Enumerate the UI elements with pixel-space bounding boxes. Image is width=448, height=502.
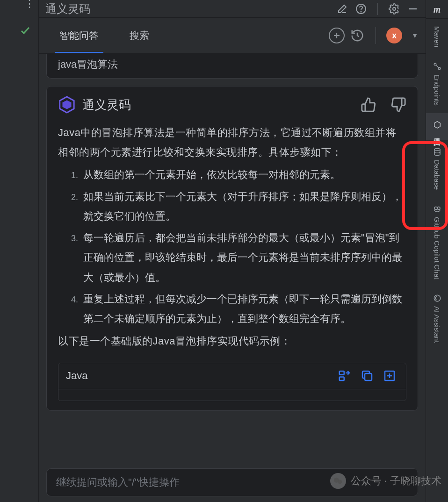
assistant-outro: 以下是一个基础版的Java冒泡排序实现代码示例：	[58, 331, 406, 351]
steps-list: 从数组的第一个元素开始，依次比较每一对相邻的元素。 如果当前元素比下一个元素大（…	[58, 165, 406, 329]
step-item: 重复上述过程，但每次减少一个已排序元素（即下一轮只需遍历到倒数第二个未确定顺序的…	[80, 289, 406, 329]
step-item: 从数组的第一个元素开始，依次比较每一对相邻的元素。	[80, 165, 406, 185]
svg-point-17	[434, 148, 440, 151]
tab-qa[interactable]: 智能问答	[46, 18, 112, 53]
code-body	[58, 389, 406, 401]
assistant-name: 通义灵码	[82, 97, 131, 113]
divider	[376, 27, 376, 44]
new-chat-button[interactable]	[329, 28, 345, 43]
tongyi-panel: 通义灵码 智能问答 搜索 x ▼ java冒泡算法	[38, 0, 426, 502]
sidebar-item-endpoints[interactable]: Endpoints	[426, 55, 448, 113]
svg-rect-9	[340, 377, 344, 381]
svg-point-2	[393, 7, 396, 10]
divider	[377, 3, 378, 15]
sidebar-item-copilot[interactable]: GitHub Copilot Chat	[426, 197, 448, 287]
panel-title-text: 通义灵码	[45, 1, 90, 16]
database-icon	[433, 148, 441, 156]
edit-icon[interactable]	[336, 3, 348, 15]
svg-point-20	[434, 295, 441, 302]
step-item: 如果当前元素比下一个元素大（对于升序排序；如果是降序则相反），就交换它们的位置。	[80, 187, 406, 226]
check-icon	[20, 25, 31, 36]
chat-input[interactable]: 继续提问或输入"/"快捷操作	[46, 468, 418, 496]
chevron-down-icon[interactable]: ▼	[412, 32, 418, 39]
insert-code-icon[interactable]	[338, 369, 352, 383]
sidebar-item-tongyi[interactable]: 通义灵码	[426, 113, 448, 140]
svg-marker-7	[63, 100, 72, 109]
step-item: 每一轮遍历后，都会把当前未排序部分的最大（或最小）元素"冒泡"到正确的位置，即该…	[80, 228, 406, 287]
assistant-message: 通义灵码 Java中的冒泡排序算法是一种简单的排序方法，它通过不断遍历数组并将相…	[46, 86, 418, 411]
more-dots-icon[interactable]: ⋮	[24, 2, 34, 6]
avatar[interactable]: x	[386, 28, 402, 43]
minimize-icon[interactable]	[407, 3, 419, 15]
chat-area: java冒泡算法 通义灵码 Java中的冒泡排序算法是一种简单的排序方法，它通过…	[39, 54, 426, 468]
user-message: java冒泡算法	[46, 54, 418, 79]
sidebar-item-database[interactable]: Database	[426, 140, 448, 197]
sidebar-item-ai-assistant[interactable]: AI Assistant	[426, 287, 448, 350]
svg-point-18	[434, 207, 437, 209]
sidebar-item-maven[interactable]: Maven	[426, 19, 448, 55]
right-tool-strip: m Maven Endpoints 通义灵码 Database GitHub C…	[426, 0, 448, 502]
code-lang-label: Java	[66, 370, 329, 382]
panel-toolbar: 智能问答 搜索 x ▼	[39, 18, 426, 54]
copilot-icon	[433, 205, 441, 213]
thumbs-up-icon[interactable]	[361, 97, 376, 113]
panel-titlebar: 通义灵码	[39, 0, 426, 18]
new-file-icon[interactable]	[383, 369, 397, 383]
copy-code-icon[interactable]	[360, 369, 374, 383]
svg-rect-10	[365, 373, 372, 380]
svg-rect-8	[340, 371, 344, 375]
svg-point-19	[437, 207, 440, 209]
tongyi-icon	[433, 121, 441, 129]
help-icon[interactable]	[355, 3, 367, 15]
ai-assistant-icon	[433, 294, 441, 302]
svg-marker-16	[434, 122, 440, 128]
code-block: Java	[58, 363, 406, 401]
endpoints-icon	[433, 62, 441, 71]
history-icon[interactable]	[349, 28, 365, 43]
left-gutter: ⋮	[0, 0, 38, 502]
tongyi-logo-icon	[58, 96, 76, 114]
assistant-intro: Java中的冒泡排序算法是一种简单的排序方法，它通过不断遍历数组并将相邻的两个元…	[58, 123, 406, 162]
gear-icon[interactable]	[388, 3, 400, 15]
maven-icon[interactable]: m	[426, 1, 448, 19]
tab-search[interactable]: 搜索	[116, 18, 162, 53]
svg-point-1	[361, 11, 361, 12]
thumbs-down-icon[interactable]	[390, 97, 406, 113]
